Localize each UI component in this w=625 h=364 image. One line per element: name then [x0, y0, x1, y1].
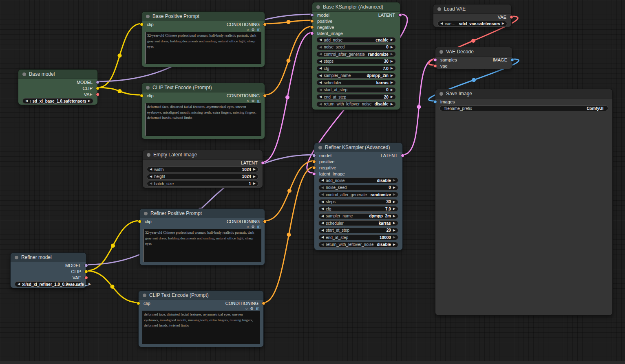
decrement-arrow-icon[interactable]: ◀: [319, 88, 322, 92]
decrement-arrow-icon[interactable]: ◀: [319, 95, 322, 99]
increment-arrow-icon[interactable]: ▶: [502, 22, 504, 25]
decrement-arrow-icon[interactable]: ◀: [25, 99, 28, 103]
wire-midpoint-dot[interactable]: [472, 78, 476, 82]
gear-icon[interactable]: ⚙: [251, 28, 254, 32]
widget-filename-prefix[interactable]: filename_prefix ComfyUI: [439, 105, 608, 111]
widget-cfg[interactable]: ◀cfg7.0▶: [316, 66, 396, 71]
wire-midpoint-dot[interactable]: [287, 233, 291, 237]
widget-add-noise[interactable]: ◀add_noisedisable▶: [318, 178, 398, 183]
widget-height[interactable]: ◀height1024▶: [147, 174, 258, 180]
increment-arrow-icon[interactable]: ▶: [391, 81, 393, 84]
node-title-bar[interactable]: Empty Latent Image: [143, 150, 263, 160]
node-title-bar[interactable]: Base KSampler (Advanced): [312, 2, 400, 12]
increment-arrow-icon[interactable]: ▶: [253, 168, 256, 171]
wire-midpoint-dot[interactable]: [110, 285, 115, 289]
decrement-arrow-icon[interactable]: ◀: [319, 74, 322, 77]
model-output-port[interactable]: [96, 80, 99, 84]
increment-arrow-icon[interactable]: ▶: [393, 193, 395, 196]
node-base-positive-prompt[interactable]: Base Positive Prompt clip CONDITIONING ○…: [141, 11, 265, 67]
circle-icon[interactable]: ○: [245, 307, 247, 311]
clip-input-port[interactable]: [137, 301, 140, 305]
node-title-bar[interactable]: CLIP Text Encode (Prompt): [142, 83, 265, 92]
widget-add-noise[interactable]: ◀add_noiseenable▶: [316, 37, 396, 43]
decrement-arrow-icon[interactable]: ◀: [319, 60, 322, 63]
positive-input-port[interactable]: [312, 160, 316, 163]
increment-arrow-icon[interactable]: ▶: [393, 179, 395, 182]
wire-midpoint-dot[interactable]: [118, 54, 122, 58]
increment-arrow-icon[interactable]: ▶: [393, 207, 395, 211]
latent-output-port[interactable]: [401, 153, 404, 157]
latent-image-input-port[interactable]: [312, 172, 316, 175]
clip-output-port[interactable]: [84, 270, 88, 273]
collapse-dot-icon[interactable]: [147, 153, 150, 157]
wire-midpoint-dot[interactable]: [287, 189, 292, 193]
decrement-arrow-icon[interactable]: ◀: [319, 81, 322, 84]
conditioning-output-port[interactable]: [263, 94, 267, 97]
decrement-arrow-icon[interactable]: ◀: [319, 38, 322, 42]
node-base-ksampler[interactable]: Base KSampler (Advanced) model LATENT po…: [312, 2, 400, 110]
negative-input-port[interactable]: [310, 25, 314, 29]
node-title-bar[interactable]: Refiner model: [11, 253, 86, 262]
widget-return-with-leftover-noise[interactable]: ◀return_with_leftover_noisedisable▶: [316, 101, 396, 107]
latent-output-port[interactable]: [398, 13, 402, 17]
collapse-dot-icon[interactable]: [15, 256, 18, 259]
node-empty-latent-image[interactable]: Empty Latent Image LATENT ◀width1024▶ ◀h…: [142, 150, 263, 188]
decrement-arrow-icon[interactable]: ◀: [319, 103, 322, 106]
widget-end-at-step[interactable]: ◀end_at_step20▶: [316, 94, 396, 100]
collapse-dot-icon[interactable]: [146, 86, 150, 90]
negative-prompt-textarea[interactable]: deformed face, distorted facial features…: [145, 103, 261, 136]
increment-arrow-icon[interactable]: ▶: [391, 74, 393, 77]
vae-output-port[interactable]: [510, 15, 513, 19]
node-refiner-model[interactable]: Refiner model MODEL CLIP VAE ◀ xl/sd_xl_…: [10, 252, 86, 288]
widget-start-at-step[interactable]: ◀start_at_step0▶: [316, 87, 396, 93]
wire-midpoint-dot[interactable]: [417, 105, 421, 109]
clip-input-port[interactable]: [138, 219, 141, 223]
widget-return-with-leftover-noise[interactable]: ◀return_with_leftover_noisedisable▶: [318, 242, 398, 248]
widget-steps[interactable]: ◀steps30▶: [318, 199, 398, 205]
decrement-arrow-icon[interactable]: ◀: [319, 46, 322, 49]
conditioning-output-port[interactable]: [263, 219, 267, 223]
node-title-bar[interactable]: Load VAE: [433, 4, 511, 14]
increment-arrow-icon[interactable]: ▶: [393, 200, 395, 204]
circle-icon[interactable]: ○: [247, 99, 249, 103]
vae-output-port[interactable]: [96, 92, 99, 96]
decrement-arrow-icon[interactable]: ◀: [150, 182, 152, 185]
widget-checkpoint[interactable]: ◀ ckp ... sd_xl_base_1.0.safetensors ▶: [22, 98, 93, 104]
increment-arrow-icon[interactable]: ▶: [393, 186, 395, 189]
wire-midpoint-dot[interactable]: [118, 89, 122, 93]
widget-noise-seed[interactable]: ◀noise_seed0▶: [318, 185, 398, 191]
gear-icon[interactable]: ⚙: [250, 307, 253, 311]
latent-image-input-port[interactable]: [310, 31, 314, 35]
decrement-arrow-icon[interactable]: ◀: [18, 283, 20, 286]
decrement-arrow-icon[interactable]: ◀: [321, 243, 324, 246]
speaker-icon[interactable]: ◧: [257, 28, 261, 32]
increment-arrow-icon[interactable]: ▶: [391, 38, 393, 42]
speaker-icon[interactable]: ◧: [256, 307, 259, 311]
increment-arrow-icon[interactable]: ▶: [88, 99, 91, 103]
collapse-dot-icon[interactable]: [143, 294, 146, 297]
clip-output-port[interactable]: [96, 86, 99, 90]
decrement-arrow-icon[interactable]: ◀: [321, 215, 324, 218]
increment-arrow-icon[interactable]: ▶: [253, 182, 256, 185]
latent-output-port[interactable]: [261, 161, 265, 164]
node-refiner-negative-prompt[interactable]: CLIP Text Encode (Prompt) clip CONDITION…: [138, 290, 264, 347]
collapse-dot-icon[interactable]: [439, 50, 443, 54]
gear-icon[interactable]: ⚙: [251, 99, 254, 103]
widget-width[interactable]: ◀width1024▶: [147, 167, 258, 172]
gear-icon[interactable]: ⚙: [251, 225, 254, 229]
vae-output-port[interactable]: [84, 276, 88, 279]
collapse-dot-icon[interactable]: [22, 72, 26, 76]
vae-input-port[interactable]: [433, 64, 437, 68]
node-refiner-positive-prompt[interactable]: Refiner Positive Prompt clip CONDITIONIN…: [139, 208, 265, 265]
increment-arrow-icon[interactable]: ▶: [393, 236, 395, 239]
speaker-icon[interactable]: ◧: [257, 225, 261, 229]
decrement-arrow-icon[interactable]: ◀: [150, 175, 152, 178]
circle-icon[interactable]: ○: [247, 225, 249, 229]
node-title-bar[interactable]: Refiner KSampler (Advanced): [314, 143, 402, 152]
negative-prompt-textarea[interactable]: deformed face, distorted facial features…: [142, 311, 260, 344]
clip-input-port[interactable]: [140, 22, 144, 26]
wire-midpoint-dot[interactable]: [285, 95, 289, 99]
negative-input-port[interactable]: [312, 166, 316, 169]
widget-start-at-step[interactable]: ◀start_at_step20▶: [318, 228, 398, 233]
decrement-arrow-icon[interactable]: ◀: [321, 179, 324, 182]
